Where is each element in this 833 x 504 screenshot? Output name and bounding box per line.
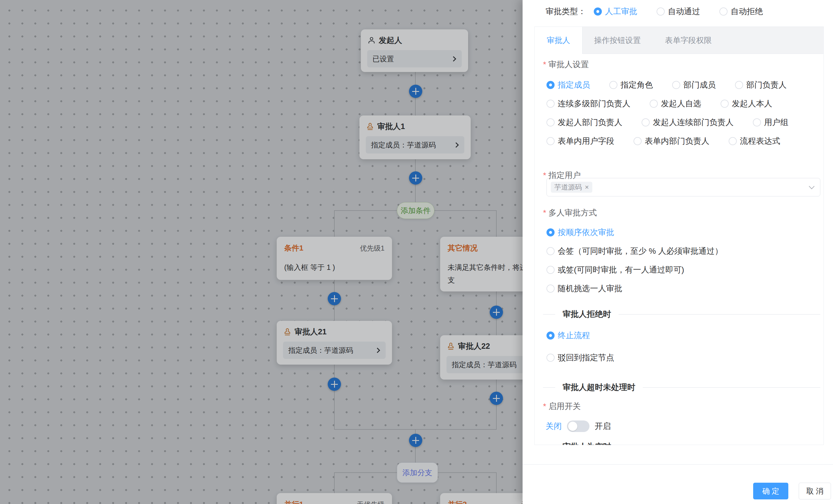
add-node-button[interactable] xyxy=(409,171,422,184)
approver-setting-row3: 发起人部门负责人 发起人连续部门负责人 用户组 xyxy=(547,117,788,128)
radio-icon xyxy=(720,100,729,108)
tab-action-buttons[interactable]: 操作按钮设置 xyxy=(594,35,641,46)
radio-icon xyxy=(729,137,737,145)
radio-assigned-role[interactable]: 指定角色 xyxy=(609,79,653,91)
connector-line xyxy=(334,472,335,494)
node-content-row[interactable]: 已设置 xyxy=(367,50,462,68)
radio-multi-level-dept-leader[interactable]: 连续多级部门负责人 xyxy=(547,98,630,109)
enable-switch-label: 启用开关 xyxy=(543,401,581,412)
multi-mode-label: 多人审批方式 xyxy=(543,207,597,218)
timeout-section-divider: 审批人超时未处理时 xyxy=(543,382,820,393)
radio-icon xyxy=(547,354,554,362)
chevron-right-icon xyxy=(375,348,380,353)
radio-initiator-dept-leader[interactable]: 发起人部门负责人 xyxy=(547,117,622,128)
radio-dept-leader[interactable]: 部门负责人 xyxy=(735,79,787,91)
chevron-right-icon xyxy=(451,56,456,61)
radio-icon xyxy=(609,81,617,89)
radio-random-one[interactable]: 随机挑选一人审批 xyxy=(547,283,622,294)
clipped-next-section: 审批人为空时 xyxy=(543,441,820,445)
node-initiator[interactable]: 发起人 已设置 xyxy=(361,29,468,72)
condition-title: 条件1 xyxy=(284,243,303,253)
connector-line xyxy=(334,364,335,430)
node-parallel1[interactable]: 并行1 无优先级 xyxy=(277,493,392,504)
radio-icon xyxy=(547,118,554,126)
node-content-row[interactable]: 指定成员：芋道源码 xyxy=(283,342,386,359)
condition-priority: 优先级1 xyxy=(360,244,384,253)
chevron-down-icon xyxy=(809,183,814,189)
radio-return-to-node[interactable]: 驳回到指定节点 xyxy=(547,352,614,363)
node-condition1[interactable]: 条件1 优先级1 (输入框 等于 1 ) xyxy=(277,237,392,280)
tag-close-icon[interactable]: × xyxy=(585,184,589,191)
add-node-button[interactable] xyxy=(328,292,341,305)
node-title: 审批人22 xyxy=(458,341,490,351)
footer-divider xyxy=(523,464,833,464)
radio-initiator-choose[interactable]: 发起人自选 xyxy=(650,98,701,109)
radio-assigned-member[interactable]: 指定成员 xyxy=(547,79,590,91)
timeout-switch-row: 关闭 开启 xyxy=(546,420,611,433)
add-node-button[interactable] xyxy=(490,306,503,319)
node-approver1[interactable]: 审批人1 指定成员：芋道源码 xyxy=(359,116,471,159)
radio-manual-approval[interactable]: 人工审批 xyxy=(594,6,637,17)
connector-line xyxy=(496,210,497,237)
cancel-button[interactable]: 取 消 xyxy=(799,483,831,499)
radio-icon xyxy=(547,137,554,145)
node-title: 发起人 xyxy=(379,35,402,46)
radio-icon xyxy=(642,118,650,126)
radio-terminate-process[interactable]: 终止流程 xyxy=(547,330,590,341)
radio-icon xyxy=(547,266,554,274)
radio-initiator-multi-dept-leader[interactable]: 发起人连续部门负责人 xyxy=(642,117,734,128)
confirm-button[interactable]: 确 定 xyxy=(753,483,788,499)
approval-type-label: 审批类型： xyxy=(546,6,586,17)
selected-user-tag: 芋道源码 × xyxy=(551,182,592,193)
add-condition-button[interactable]: 添加条件 xyxy=(397,202,434,219)
radio-icon xyxy=(547,81,554,89)
radio-user-group[interactable]: 用户组 xyxy=(753,117,788,128)
radio-icon xyxy=(735,81,743,89)
radio-process-expression[interactable]: 流程表达式 xyxy=(729,136,780,147)
radio-orsign[interactable]: 或签(可同时审批，有一人通过即可) xyxy=(547,264,684,275)
branch-title: 并行2 xyxy=(448,499,467,504)
branch-title: 并行1 xyxy=(284,499,303,504)
connector-line xyxy=(496,472,497,494)
add-branch-button[interactable]: 添加分支 xyxy=(397,462,438,483)
radio-icon xyxy=(594,7,602,16)
stamp-icon xyxy=(283,327,292,336)
timeout-toggle[interactable] xyxy=(567,421,590,432)
node-content-row[interactable]: 指定成员：芋道源码 xyxy=(366,136,465,153)
add-node-button[interactable] xyxy=(490,392,503,405)
switch-on-label: 开启 xyxy=(595,421,611,432)
radio-auto-reject[interactable]: 自动拒绝 xyxy=(719,6,763,17)
node-content-text: 指定成员：芋道源码 xyxy=(288,346,353,355)
add-branch-label: 添加分支 xyxy=(402,468,432,478)
radio-icon xyxy=(634,137,642,145)
node-approver21[interactable]: 审批人21 指定成员：芋道源码 xyxy=(277,321,392,364)
stamp-icon xyxy=(366,122,375,131)
radio-icon xyxy=(547,100,554,108)
add-node-button[interactable] xyxy=(409,434,422,447)
radio-form-dept-leader[interactable]: 表单内部门负责人 xyxy=(634,136,709,147)
person-icon xyxy=(367,36,376,45)
radio-countersign[interactable]: 会签（可同时审批，至少 % 人必须审批通过） xyxy=(547,246,722,257)
connector-line xyxy=(334,210,335,237)
tab-approver[interactable]: 审批人 xyxy=(535,27,582,54)
radio-initiator-self[interactable]: 发起人本人 xyxy=(720,98,772,109)
approver-setting-row4: 表单内用户字段 表单内部门负责人 流程表达式 xyxy=(547,136,780,147)
add-condition-label: 添加条件 xyxy=(401,206,431,216)
switch-off-label: 关闭 xyxy=(546,421,562,432)
tab-form-field-permission[interactable]: 表单字段权限 xyxy=(665,35,712,46)
condition-expression: (输入框 等于 1 ) xyxy=(284,261,384,274)
empty-section-divider: 审批人为空时 xyxy=(543,441,820,445)
radio-auto-pass[interactable]: 自动通过 xyxy=(657,6,700,17)
node-content-text: 已设置 xyxy=(373,54,394,64)
node-title: 审批人21 xyxy=(294,327,327,337)
approver-setting-label: 审批人设置 xyxy=(543,59,589,70)
approval-type-row: 审批类型： 人工审批 自动通过 自动拒绝 xyxy=(546,5,763,19)
add-node-button[interactable] xyxy=(409,85,422,98)
reject-section-divider: 审批人拒绝时 xyxy=(543,309,820,320)
radio-sequential-approval[interactable]: 按顺序依次审批 xyxy=(547,227,614,238)
radio-icon xyxy=(547,284,554,293)
add-node-button[interactable] xyxy=(328,378,341,391)
radio-dept-member[interactable]: 部门成员 xyxy=(672,79,716,91)
radio-form-user-field[interactable]: 表单内用户字段 xyxy=(547,136,614,147)
assign-user-select[interactable]: 芋道源码 × xyxy=(547,178,820,196)
